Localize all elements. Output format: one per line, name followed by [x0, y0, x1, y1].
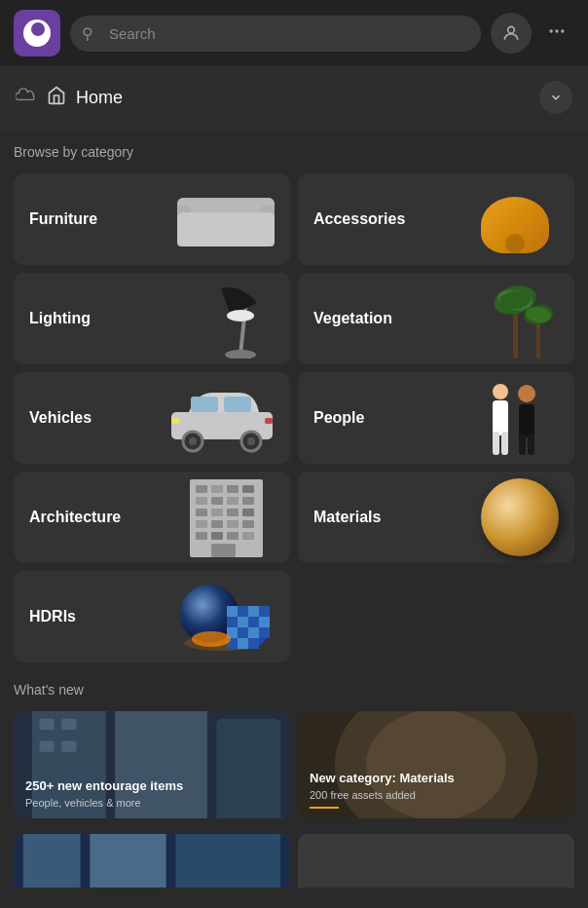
building-icon: [172, 477, 275, 557]
svg-rect-35: [242, 485, 254, 493]
svg-rect-51: [242, 532, 254, 540]
svg-rect-80: [61, 740, 76, 751]
logo-icon: [23, 19, 51, 47]
category-image-hdris: [167, 578, 275, 656]
category-image-architecture: [167, 478, 275, 556]
category-image-furniture: [167, 180, 275, 258]
svg-rect-58: [238, 606, 248, 617]
svg-rect-66: [238, 627, 248, 638]
svg-point-18: [189, 437, 197, 445]
cloud-icon: [16, 88, 37, 108]
user-button[interactable]: [491, 13, 532, 54]
svg-rect-32: [196, 485, 207, 493]
category-card-accessories[interactable]: Accessories: [298, 173, 574, 265]
svg-rect-59: [248, 606, 259, 617]
svg-rect-28: [519, 404, 534, 437]
header: ⚲: [0, 0, 588, 67]
more-icon: [547, 21, 567, 41]
whats-new-title: What's new: [14, 682, 574, 698]
category-card-lighting[interactable]: Lighting: [14, 273, 290, 364]
svg-rect-11: [536, 320, 540, 359]
svg-rect-63: [248, 617, 259, 627]
svg-rect-78: [61, 719, 76, 730]
hdris-row: HDRIs: [14, 571, 574, 662]
category-label-accessories: Accessories: [313, 210, 405, 228]
svg-rect-36: [196, 497, 207, 505]
category-card-vehicles[interactable]: Vehicles: [14, 372, 290, 464]
news-card-materials[interactable]: New category: Materials 200 free assets …: [298, 711, 574, 818]
news-grid: 250+ new entourage items People, vehicle…: [14, 711, 574, 818]
cloud-svg: [16, 88, 37, 103]
news-card-subtitle-materials: 200 free assets added: [310, 789, 563, 801]
partial-card-2[interactable]: [298, 834, 574, 888]
svg-rect-47: [242, 520, 254, 528]
category-card-materials[interactable]: Materials: [298, 472, 574, 563]
news-card-content-entourage: 250+ new entourage items People, vehicle…: [14, 769, 290, 818]
category-card-hdris[interactable]: HDRIs: [14, 571, 290, 662]
svg-rect-39: [242, 497, 254, 505]
svg-rect-71: [248, 638, 259, 649]
user-icon: [501, 23, 521, 43]
news-card-content-materials: New category: Materials 200 free assets …: [298, 761, 574, 818]
category-card-furniture[interactable]: Furniture: [14, 173, 290, 265]
svg-rect-21: [171, 418, 179, 424]
svg-rect-50: [227, 532, 239, 540]
svg-point-72: [192, 631, 231, 647]
svg-point-27: [518, 385, 535, 402]
svg-rect-15: [191, 397, 218, 412]
svg-point-1: [550, 29, 553, 32]
bottom-partial-cards: [0, 834, 588, 895]
svg-rect-87: [175, 834, 280, 888]
more-button[interactable]: [539, 18, 574, 50]
svg-rect-46: [227, 520, 239, 528]
news-card-title-entourage: 250+ new entourage items: [25, 778, 278, 795]
svg-rect-40: [196, 509, 207, 516]
category-image-lighting: [167, 280, 275, 358]
news-card-title-materials: New category: Materials: [310, 771, 563, 787]
svg-rect-70: [238, 638, 248, 649]
category-label-people: People: [313, 409, 364, 427]
svg-rect-42: [227, 509, 239, 516]
category-image-vehicles: [167, 379, 275, 457]
category-card-vegetation[interactable]: Vegetation: [298, 273, 574, 364]
news-card-entourage[interactable]: 250+ new entourage items People, vehicle…: [14, 711, 290, 818]
category-label-architecture: Architecture: [29, 509, 121, 526]
svg-rect-33: [211, 485, 223, 493]
breadcrumb-bar: Home: [0, 67, 588, 129]
svg-rect-25: [493, 432, 499, 455]
header-actions: [491, 13, 574, 54]
search-icon: ⚲: [82, 24, 93, 43]
accessory-icon: [471, 185, 559, 253]
svg-point-23: [493, 384, 508, 399]
svg-rect-22: [265, 418, 273, 424]
logo[interactable]: [14, 10, 60, 57]
svg-rect-67: [248, 627, 259, 638]
category-label-hdris: HDRIs: [29, 608, 76, 625]
partial-card-1[interactable]: [14, 834, 290, 888]
category-grid: Furniture Accessories: [14, 173, 574, 563]
category-label-lighting: Lighting: [29, 310, 91, 327]
svg-rect-61: [227, 617, 238, 627]
category-card-architecture[interactable]: Architecture: [14, 472, 290, 563]
svg-rect-16: [224, 397, 251, 412]
news-card-subtitle-entourage: People, vehicles & more: [25, 797, 278, 809]
svg-rect-38: [227, 497, 239, 505]
category-label-materials: Materials: [313, 509, 381, 526]
svg-point-0: [508, 26, 515, 33]
svg-rect-34: [227, 485, 239, 493]
browse-title: Browse by category: [14, 144, 574, 160]
svg-rect-68: [259, 627, 270, 638]
svg-rect-44: [196, 520, 207, 528]
home-svg: [47, 86, 66, 105]
people-icon: [466, 378, 559, 458]
svg-rect-29: [519, 434, 526, 455]
svg-rect-24: [493, 400, 508, 435]
category-card-people[interactable]: People: [298, 372, 574, 464]
svg-rect-60: [259, 606, 270, 617]
breadcrumb-chevron-button[interactable]: [539, 81, 572, 114]
svg-point-2: [555, 29, 558, 32]
chevron-down-icon: [549, 91, 563, 104]
category-label-vegetation: Vegetation: [313, 310, 392, 327]
search-input[interactable]: [70, 16, 481, 52]
svg-rect-64: [259, 617, 270, 627]
